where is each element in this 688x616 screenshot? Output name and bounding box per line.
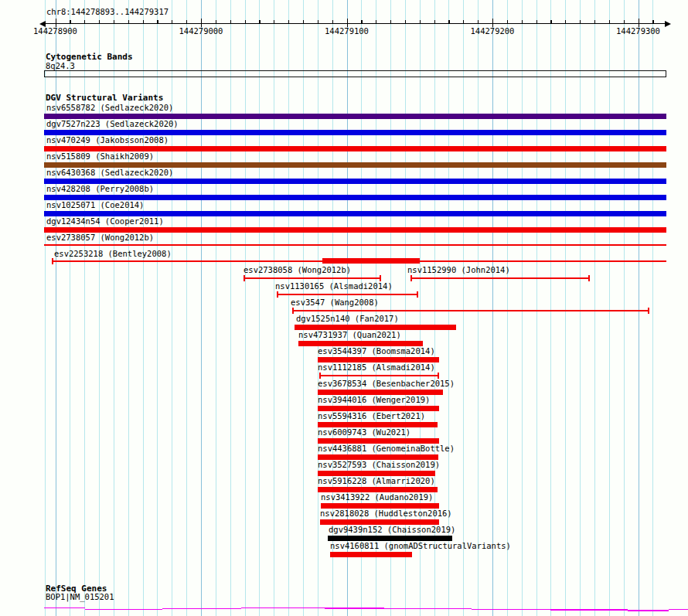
region-label: chr8:144278893..144279317 (46, 8, 169, 16)
variant-label[interactable]: nsv2818028 (Huddleston2016) (320, 509, 452, 518)
variant-label[interactable]: nsv6009743 (Wu2021) (318, 428, 410, 437)
variant-bar[interactable] (44, 179, 666, 184)
variant-bar[interactable] (44, 162, 666, 168)
gene-line-segment[interactable] (550, 609, 628, 611)
ruler-tick (274, 20, 274, 24)
variant-end-tick[interactable] (244, 275, 245, 281)
gridline (259, 0, 260, 616)
gene-line-segment[interactable] (628, 610, 669, 611)
variant-bar[interactable] (44, 227, 666, 233)
variant-line[interactable] (319, 375, 439, 376)
ruler-tick (434, 20, 435, 24)
variant-label[interactable]: dgv1525n140 (Fan2017) (296, 315, 399, 323)
ruler-tick (99, 20, 100, 24)
ruler-tick (522, 20, 523, 24)
variant-label[interactable]: dgv7527n223 (Sedlazeck2020) (46, 120, 179, 128)
variant-line[interactable] (277, 294, 418, 295)
variant-label[interactable]: nsv4731937 (Quan2021) (298, 331, 401, 339)
variant-line[interactable] (244, 277, 381, 279)
variant-end-tick[interactable] (319, 373, 321, 379)
variant-bar[interactable] (44, 211, 666, 216)
variant-bar[interactable] (318, 471, 435, 476)
variant-label[interactable]: esv2253218 (Bentley2008) (54, 250, 172, 258)
variant-bar[interactable] (44, 195, 666, 200)
variant-bar[interactable] (318, 390, 443, 395)
variant-label[interactable]: esv3547 (Wang2008) (291, 298, 379, 307)
variant-label[interactable]: nsv515809 (Shaikh2009) (46, 152, 154, 161)
variant-bar[interactable] (328, 536, 452, 541)
variant-bar[interactable] (318, 406, 439, 411)
variant-bar[interactable] (44, 130, 666, 135)
gene-line-segment[interactable] (162, 608, 241, 610)
variant-bar[interactable] (318, 422, 438, 427)
variant-end-tick[interactable] (410, 275, 412, 281)
variant-label[interactable]: nsv470249 (Jakobsson2008) (46, 136, 169, 145)
variant-end-tick[interactable] (52, 258, 53, 264)
variant-label[interactable]: nsv5594316 (Ebert2021) (318, 412, 425, 420)
variant-bar[interactable] (318, 438, 439, 444)
ruler-tick (580, 20, 581, 24)
variant-label[interactable]: esv3678534 (Besenbacher2015) (318, 379, 455, 388)
ruler-tick-label: 144279300 (616, 27, 660, 36)
variant-end-tick[interactable] (292, 308, 294, 314)
variant-label[interactable]: esv2738057 (Wong2012b) (46, 233, 154, 242)
variant-label[interactable]: nsv5916228 (Almarri2020) (318, 477, 435, 485)
variant-bar[interactable] (295, 325, 456, 330)
variant-bar[interactable] (321, 503, 439, 509)
variant-label[interactable]: dgv12434n54 (Cooper2011) (46, 217, 164, 226)
variant-label[interactable]: nsv4160811 (gnomADStructuralVariants) (330, 542, 511, 550)
variant-end-tick[interactable] (417, 291, 418, 298)
ruler-tick (536, 20, 537, 24)
variant-bar[interactable] (298, 341, 423, 346)
variant-line[interactable] (44, 244, 666, 246)
variant-label[interactable]: nsv428208 (Perry2008b) (46, 185, 154, 193)
variant-end-tick[interactable] (380, 275, 381, 281)
variant-label[interactable]: nsv3944016 (Wenger2019) (318, 396, 430, 404)
gene-line-segment[interactable] (85, 609, 162, 611)
gridline (448, 0, 449, 616)
variant-end-tick[interactable] (648, 308, 649, 314)
variant-bar[interactable] (318, 357, 439, 362)
band-box[interactable] (44, 70, 666, 77)
variant-bar[interactable] (318, 454, 438, 460)
ruler-tick (230, 20, 231, 24)
gridline (274, 0, 274, 616)
variant-label[interactable]: nsv1130165 (Alsmadi2014) (275, 282, 393, 291)
variant-label[interactable]: nsv3413922 (Audano2019) (321, 493, 433, 502)
variant-bar[interactable] (44, 114, 666, 119)
variant-label[interactable]: nsv1025071 (Coe2014) (46, 201, 144, 209)
ruler-tick (463, 20, 464, 24)
variant-line[interactable] (410, 277, 590, 279)
variant-bar[interactable] (330, 552, 412, 557)
variant-label[interactable]: nsv1152990 (John2014) (407, 266, 510, 274)
gene-label[interactable]: BOP1|NM_015201 (46, 593, 114, 601)
ruler-tick (318, 20, 318, 24)
variant-end-tick[interactable] (588, 275, 590, 281)
variant-line[interactable] (292, 310, 649, 311)
variant-end-tick[interactable] (277, 291, 278, 298)
ruler-line (45, 23, 666, 24)
ruler-tick (594, 20, 595, 24)
variant-label[interactable]: nsv4436881 (GenomeinaBottle) (318, 444, 455, 453)
gene-line-segment[interactable] (325, 607, 384, 609)
ruler-tick (565, 20, 566, 24)
variant-label[interactable]: nsv1112185 (Alsmadi2014) (318, 363, 435, 372)
gridline (639, 0, 639, 616)
variant-end-tick[interactable] (438, 373, 439, 379)
gene-line-segment[interactable] (384, 608, 472, 610)
gene-line-segment[interactable] (241, 607, 325, 609)
gene-line-segment[interactable] (669, 609, 688, 611)
variant-label[interactable]: dgv9439n152 (Chaisson2019) (329, 526, 455, 534)
variant-thick-segment[interactable] (322, 258, 420, 264)
variant-label[interactable]: nsv6558782 (Sedlazeck2020) (46, 104, 173, 112)
variant-bar[interactable] (44, 146, 666, 151)
variant-label[interactable]: esv3544397 (Boomsma2014) (318, 347, 435, 356)
variant-label[interactable]: esv2738058 (Wong2012b) (244, 266, 351, 274)
variant-bar[interactable] (320, 519, 439, 525)
variant-bar[interactable] (318, 487, 438, 492)
gene-line-segment[interactable] (44, 607, 85, 609)
variant-label[interactable]: nsv6430368 (Sedlazeck2020) (46, 168, 173, 177)
arrow-right-icon (665, 21, 671, 27)
variant-label[interactable]: nsv3527593 (Chaisson2019) (318, 461, 440, 469)
gene-line-segment[interactable] (472, 609, 550, 611)
